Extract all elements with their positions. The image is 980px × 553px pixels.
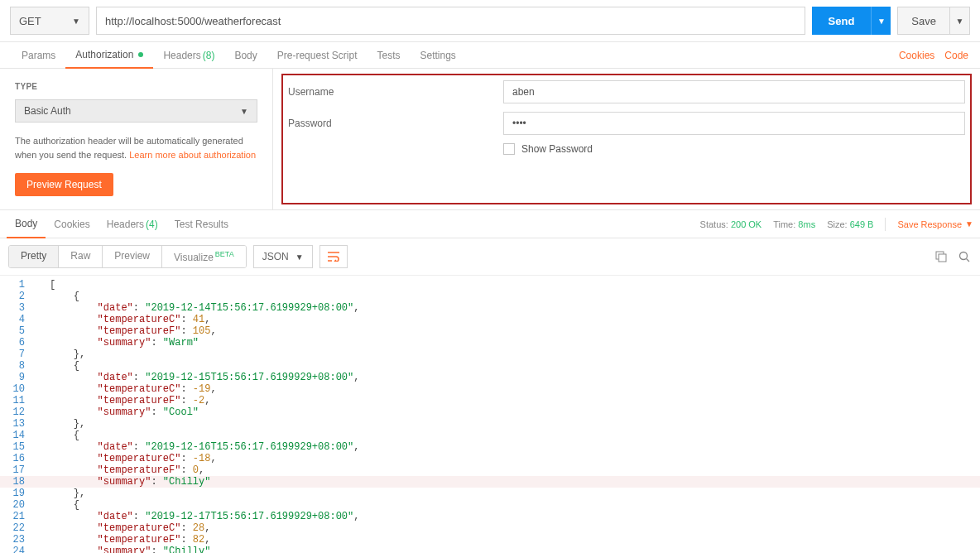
line-number: 12 <box>0 406 35 418</box>
code-line[interactable]: 24 "summary": "Chilly" <box>0 546 980 553</box>
auth-section: TYPE Basic Auth ▼ The authorization head… <box>0 69 980 210</box>
code-line[interactable]: 15 "date": "2019-12-16T15:56:17.6199929+… <box>0 441 980 453</box>
line-number: 14 <box>0 430 35 441</box>
resp-tab-test-results[interactable]: Test Results <box>166 210 237 238</box>
code-line[interactable]: 18 "summary": "Chilly" <box>0 476 980 488</box>
line-number: 4 <box>0 314 35 325</box>
tab-body[interactable]: Body <box>224 42 267 69</box>
code-text: "summary": "Cool" <box>46 406 199 418</box>
auth-type-value: Basic Auth <box>24 105 71 117</box>
send-button[interactable]: Send <box>812 7 872 35</box>
format-select[interactable]: JSON ▼ <box>253 245 313 268</box>
code-line[interactable]: 8 { <box>0 360 980 372</box>
auth-help-link[interactable]: Learn more about authorization <box>129 150 256 160</box>
code-text: "date": "2019-12-15T15:56:17.6199929+08:… <box>46 372 359 383</box>
wrap-lines-button[interactable] <box>319 245 348 268</box>
auth-help-text: The authorization header will be automat… <box>15 134 257 161</box>
tab-authorization[interactable]: Authorization <box>65 42 153 69</box>
auth-type-select[interactable]: Basic Auth ▼ <box>15 99 257 123</box>
code-line[interactable]: 20 { <box>0 499 980 511</box>
line-number: 10 <box>0 383 35 395</box>
line-number: 17 <box>0 464 35 476</box>
code-text: "summary": "Warm" <box>46 337 199 349</box>
view-raw[interactable]: Raw <box>59 246 103 267</box>
resp-tab-headers[interactable]: Headers (4) <box>98 210 166 238</box>
http-method-value: GET <box>19 15 41 27</box>
headers-count: (8) <box>203 50 215 61</box>
send-dropdown[interactable]: ▼ <box>871 7 891 35</box>
save-dropdown[interactable]: ▼ <box>950 7 970 35</box>
view-visualize[interactable]: VisualizeBETA <box>162 246 246 267</box>
code-line[interactable]: 23 "temperatureF": 82, <box>0 534 980 546</box>
response-body[interactable]: 1[2 {3 "date": "2019-12-14T15:56:17.6199… <box>0 276 980 553</box>
tab-tests[interactable]: Tests <box>367 42 410 69</box>
line-number: 3 <box>0 302 35 314</box>
line-number: 8 <box>0 360 35 372</box>
cookies-link[interactable]: Cookies <box>899 50 934 61</box>
resp-headers-count: (4) <box>146 219 158 230</box>
code-line[interactable]: 7 }, <box>0 349 980 360</box>
resp-tab-cookies[interactable]: Cookies <box>46 210 98 238</box>
code-line[interactable]: 21 "date": "2019-12-17T15:56:17.6199929+… <box>0 511 980 522</box>
view-preview[interactable]: Preview <box>103 246 162 267</box>
code-line[interactable]: 3 "date": "2019-12-14T15:56:17.6199929+0… <box>0 302 980 314</box>
preview-request-button[interactable]: Preview Request <box>15 173 113 196</box>
code-line[interactable]: 17 "temperatureF": 0, <box>0 464 980 476</box>
view-pretty[interactable]: Pretty <box>9 246 59 267</box>
code-line[interactable]: 16 "temperatureC": -18, <box>0 453 980 464</box>
code-line[interactable]: 11 "temperatureF": -2, <box>0 395 980 406</box>
code-text: "temperatureF": 82, <box>46 534 210 546</box>
code-text: "temperatureC": -18, <box>46 453 217 464</box>
line-number: 5 <box>0 325 35 337</box>
tab-headers[interactable]: Headers (8) <box>153 42 224 69</box>
code-line[interactable]: 10 "temperatureC": -19, <box>0 383 980 395</box>
save-response-label: Save Response <box>897 219 962 229</box>
search-icon <box>958 251 970 262</box>
code-line[interactable]: 22 "temperatureC": 28, <box>0 522 980 534</box>
line-number: 16 <box>0 453 35 464</box>
password-input[interactable] <box>503 112 965 135</box>
separator <box>885 218 886 231</box>
code-line[interactable]: 13 }, <box>0 418 980 430</box>
status-label: Status: <box>700 219 728 229</box>
resp-tab-headers-label: Headers <box>107 219 144 230</box>
username-input[interactable] <box>503 80 965 103</box>
code-text: }, <box>46 488 85 499</box>
http-method-select[interactable]: GET ▼ <box>10 7 89 35</box>
code-line[interactable]: 1[ <box>0 279 980 291</box>
code-line[interactable]: 12 "summary": "Cool" <box>0 406 980 418</box>
url-input[interactable] <box>96 7 805 35</box>
line-number: 22 <box>0 522 35 534</box>
response-meta: Status: 200 OK Time: 8ms Size: 649 B Sav… <box>700 218 973 231</box>
code-text: { <box>46 291 79 302</box>
code-text: "temperatureF": 0, <box>46 464 204 476</box>
tab-prerequest[interactable]: Pre-request Script <box>267 42 368 69</box>
resp-tab-body[interactable]: Body <box>7 210 46 238</box>
line-number: 11 <box>0 395 35 406</box>
code-line[interactable]: 9 "date": "2019-12-15T15:56:17.6199929+0… <box>0 372 980 383</box>
show-password-label: Show Password <box>521 143 593 155</box>
chevron-down-icon: ▼ <box>295 252 304 262</box>
code-line[interactable]: 6 "summary": "Warm" <box>0 337 980 349</box>
response-tabs: Body Cookies Headers (4) Test Results St… <box>0 210 980 238</box>
copy-button[interactable] <box>934 249 949 264</box>
tab-settings[interactable]: Settings <box>411 42 466 69</box>
code-line[interactable]: 5 "temperatureF": 105, <box>0 325 980 337</box>
code-text: "temperatureF": 105, <box>46 325 217 337</box>
line-number: 1 <box>0 279 35 291</box>
code-line[interactable]: 14 { <box>0 430 980 441</box>
code-line[interactable]: 2 { <box>0 291 980 302</box>
save-button[interactable]: Save <box>897 7 950 35</box>
save-response-button[interactable]: Save Response ▼ <box>897 219 973 229</box>
beta-badge: BETA <box>215 250 234 258</box>
line-number: 7 <box>0 349 35 360</box>
line-number: 23 <box>0 534 35 546</box>
tab-params[interactable]: Params <box>12 42 65 69</box>
code-link[interactable]: Code <box>944 50 968 61</box>
code-line[interactable]: 19 }, <box>0 488 980 499</box>
chevron-down-icon: ▼ <box>240 107 248 116</box>
line-number: 24 <box>0 546 35 553</box>
search-button[interactable] <box>957 249 972 264</box>
show-password-checkbox[interactable] <box>503 143 515 155</box>
code-line[interactable]: 4 "temperatureC": 41, <box>0 314 980 325</box>
